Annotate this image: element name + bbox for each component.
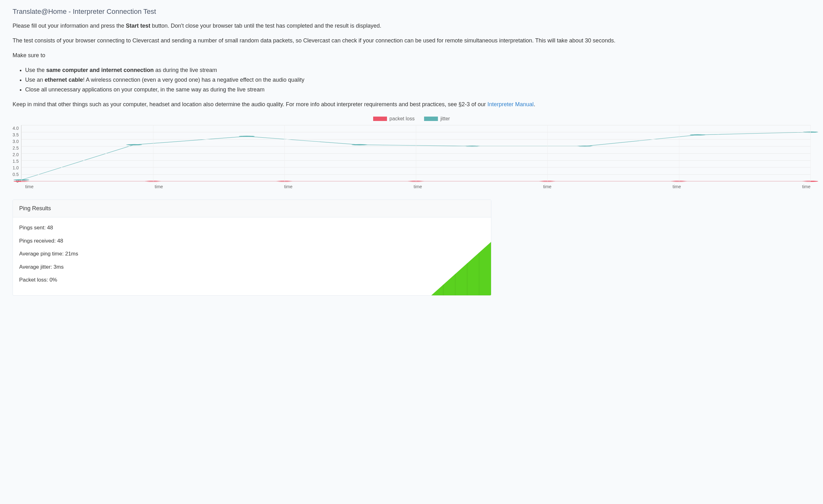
text: Use an xyxy=(25,77,45,83)
svg-marker-0 xyxy=(431,242,491,295)
legend-jitter[interactable]: jitter xyxy=(424,115,450,122)
legend-packet-loss[interactable]: packet loss xyxy=(373,115,415,122)
y-tick: 1.0 xyxy=(13,165,19,171)
y-tick: 1.5 xyxy=(13,158,19,165)
x-tick: time xyxy=(414,184,422,190)
label: Pings received: xyxy=(19,238,57,244)
connection-chart: packet loss jitter 4.03.53.02.52.01.51.0… xyxy=(13,115,810,190)
value: 0% xyxy=(49,277,57,283)
text: Please fill out your information and pre… xyxy=(13,23,126,29)
label: Average ping time: xyxy=(19,251,65,257)
ping-results-header: Ping Results xyxy=(13,200,491,217)
x-tick: time xyxy=(802,184,810,190)
list-item: Use the same computer and internet conne… xyxy=(25,66,810,74)
ping-results-body: Pings sent: 48 Pings received: 48 Averag… xyxy=(13,217,491,295)
chart-data-point xyxy=(126,144,142,146)
y-tick: 3.5 xyxy=(13,132,19,138)
legend-label: jitter xyxy=(441,115,450,122)
y-tick: 4.0 xyxy=(13,125,19,132)
value: 3ms xyxy=(53,264,63,270)
value: 21ms xyxy=(65,251,78,257)
avg-ping-row: Average ping time: 21ms xyxy=(19,250,485,258)
chart-data-point xyxy=(690,135,705,136)
chart-plot-area xyxy=(21,125,810,182)
requirements-list: Use the same computer and internet conne… xyxy=(25,66,810,94)
x-tick: time xyxy=(25,184,33,190)
avg-jitter-row: Average jitter: 3ms xyxy=(19,263,485,271)
text: ! A wireless connection (even a very goo… xyxy=(83,77,304,83)
pings-sent-row: Pings sent: 48 xyxy=(19,224,485,232)
label: Pings sent: xyxy=(19,225,47,231)
y-tick: 2.5 xyxy=(13,145,19,152)
chart-data-point xyxy=(352,144,367,146)
text: as during the live stream xyxy=(154,67,217,73)
intro-paragraph-4: Keep in mind that other things such as y… xyxy=(13,100,810,109)
x-tick: time xyxy=(284,184,292,190)
chart-data-point xyxy=(239,136,255,137)
text: Close all unnecessary applications on yo… xyxy=(25,86,265,93)
y-tick: 0.5 xyxy=(13,171,19,178)
swatch-icon xyxy=(373,116,387,121)
y-tick: 3.0 xyxy=(13,138,19,145)
chart-x-axis: timetimetimetimetimetimetime xyxy=(25,184,810,190)
label: Packet loss: xyxy=(19,277,49,283)
text: . xyxy=(534,101,535,107)
label: Average jitter: xyxy=(19,264,53,270)
signal-strength-icon xyxy=(431,242,491,295)
list-item: Use an ethernet cable! A wireless connec… xyxy=(25,76,810,84)
bold-text: same computer and internet connection xyxy=(46,67,154,73)
start-test-bold: Start test xyxy=(126,23,150,29)
interpreter-manual-link[interactable]: Interpreter Manual xyxy=(488,101,534,107)
chart-y-axis: 4.03.53.02.52.01.51.00.50 xyxy=(13,125,21,182)
bold-text: ethernet cable xyxy=(45,77,83,83)
ping-results-card: Ping Results Pings sent: 48 Pings receiv… xyxy=(13,200,491,296)
intro-paragraph-1: Please fill out your information and pre… xyxy=(13,22,810,30)
value: 48 xyxy=(57,238,63,244)
text: button. Don't close your browser tab unt… xyxy=(150,23,381,29)
intro-paragraph-3: Make sure to xyxy=(13,51,810,60)
value: 48 xyxy=(47,225,53,231)
x-tick: time xyxy=(673,184,681,190)
page-title: Translate@Home - Interpreter Connection … xyxy=(13,6,810,17)
y-tick: 2.0 xyxy=(13,152,19,158)
text: Keep in mind that other things such as y… xyxy=(13,101,488,107)
packet-loss-row: Packet loss: 0% xyxy=(19,276,485,284)
pings-received-row: Pings received: 48 xyxy=(19,237,485,245)
legend-label: packet loss xyxy=(389,115,415,122)
swatch-icon xyxy=(424,116,438,121)
chart-legend: packet loss jitter xyxy=(13,115,810,122)
intro-paragraph-2: The test consists of your browser connec… xyxy=(13,36,810,45)
x-tick: time xyxy=(155,184,163,190)
list-item: Close all unnecessary applications on yo… xyxy=(25,85,810,94)
x-tick: time xyxy=(543,184,551,190)
text: Use the xyxy=(25,67,46,73)
